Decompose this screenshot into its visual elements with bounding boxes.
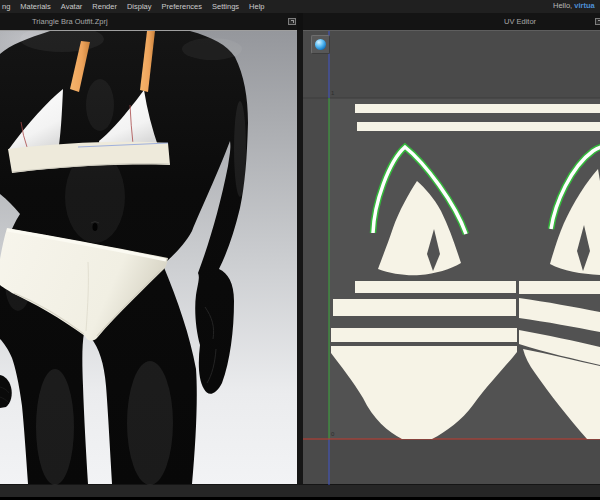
viewport-3d[interactable] — [0, 30, 297, 484]
axis-label-one: 1 — [331, 90, 335, 96]
blue-sphere-icon — [315, 39, 326, 50]
uv-piece-strap-band-1[interactable] — [355, 104, 600, 113]
menu-item-display[interactable]: Display — [122, 2, 157, 11]
menu-item-avatar[interactable]: Avatar — [56, 2, 88, 11]
menu-item-render[interactable]: Render — [87, 2, 122, 11]
uv-editor-title: UV Editor — [504, 13, 536, 30]
float-window-icon[interactable] — [595, 18, 600, 25]
panel-title-bars: Triangle Bra Outfit.Zprj UV Editor — [0, 13, 600, 30]
uv-piece-band-strip-3[interactable] — [331, 328, 517, 342]
navel — [93, 223, 98, 231]
float-window-icon[interactable] — [288, 18, 296, 25]
uv-canvas[interactable]: 1 0 — [303, 31, 600, 485]
menu-item-preferences[interactable]: Preferences — [157, 2, 207, 11]
app-window: ng Materials Avatar Render Display Prefe… — [0, 0, 600, 500]
uv-piece-band-strip-2[interactable] — [333, 299, 516, 316]
account-username-link[interactable]: virtua — [574, 1, 594, 10]
title-bar-seam — [297, 13, 303, 30]
uv-piece-band-strip-1[interactable] — [355, 281, 516, 293]
uv-piece-back-strip-1[interactable] — [519, 281, 600, 294]
menu-item-materials[interactable]: Materials — [15, 2, 55, 11]
uv-editor-panel[interactable]: 1 0 — [303, 30, 600, 484]
avatar-canvas[interactable] — [0, 31, 297, 485]
viewport-title: Triangle Bra Outfit.Zprj — [32, 13, 108, 30]
status-bar — [0, 484, 600, 500]
menu-item-settings[interactable]: Settings — [207, 2, 244, 11]
menu-bar: ng Materials Avatar Render Display Prefe… — [0, 0, 600, 13]
menu-item-help[interactable]: Help — [244, 2, 269, 11]
account-greeting[interactable]: Hello, virtua — [553, 1, 600, 10]
greeting-text: Hello, — [553, 1, 574, 10]
menu-item-partial[interactable]: ng — [0, 2, 15, 11]
uv-piece-strap-band-2[interactable] — [357, 122, 600, 131]
avatar-left-hand — [0, 375, 12, 408]
texture-sphere-button[interactable] — [311, 35, 330, 54]
